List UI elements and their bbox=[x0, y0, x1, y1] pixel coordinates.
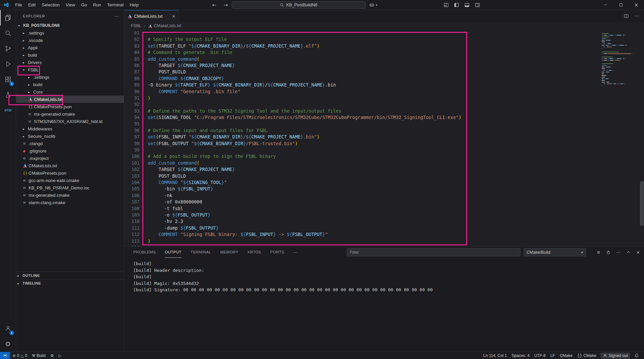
split-editor-icon[interactable] bbox=[624, 14, 629, 18]
tree-item--clangd[interactable]: ≡.clangd bbox=[16, 140, 124, 147]
section-outline[interactable]: ▸ OUTLINE bbox=[16, 272, 124, 279]
minimap[interactable] bbox=[602, 32, 639, 88]
tree-item--settings[interactable]: ▸.settings bbox=[16, 73, 124, 81]
menu-view[interactable]: View bbox=[63, 0, 78, 10]
menu-edit[interactable]: Edit bbox=[25, 0, 39, 10]
search-box[interactable]: KB_PostBuildN6 bbox=[232, 1, 366, 9]
tree-item-stm32n657xx-axisram2-fsbl-ld[interactable]: ≡STM32N657XX_AXISRAM2_fsbl.ld bbox=[16, 118, 124, 125]
status-ln-114-col-1[interactable]: Ln 114, Col 1 bbox=[481, 352, 509, 359]
tree-item-cmakepresets-json[interactable]: {}CMakePresets.json bbox=[16, 103, 124, 110]
panel-tab-output[interactable]: OUTPUT bbox=[165, 247, 182, 258]
activity-source-control[interactable] bbox=[0, 41, 16, 56]
menu-run[interactable]: Run bbox=[90, 0, 104, 10]
remote-indicator[interactable]: >< bbox=[0, 352, 10, 359]
forward-icon[interactable]: → bbox=[224, 2, 228, 8]
tree-item--settings[interactable]: ▸.settings bbox=[16, 29, 124, 37]
status-signed-out[interactable]: Signed out bbox=[600, 353, 630, 359]
tree-item--vscode[interactable]: ▸.vscode bbox=[16, 37, 124, 44]
activity-settings[interactable]: ⚙ bbox=[0, 336, 16, 352]
copilot-button[interactable]: ▾ bbox=[369, 0, 378, 10]
close-panel-icon[interactable]: × bbox=[636, 250, 640, 255]
output-filter-input[interactable] bbox=[347, 248, 521, 256]
tree-item-appli[interactable]: ▸Appli bbox=[16, 44, 124, 51]
tree-item-drivers[interactable]: ▸Drivers bbox=[16, 59, 124, 66]
tree-item-cmakelists-txt[interactable]: CMakeLists.txt bbox=[16, 96, 124, 103]
code-line-84: 84# Command to generate .bin file bbox=[124, 49, 644, 56]
section-timeline[interactable]: ▸ TIMELINE bbox=[16, 279, 124, 287]
output-settings-icon[interactable]: ≡ bbox=[597, 250, 600, 255]
tree-item--gitignore[interactable]: ◆.gitignore bbox=[16, 147, 124, 155]
customize-layout-icon[interactable] bbox=[444, 3, 449, 7]
tree-item-kb-pb-n6-psram-demo-ioc[interactable]: ≡KB_PB_N6_PSRAM_Demo.ioc bbox=[16, 184, 124, 191]
close-tab-icon[interactable]: × bbox=[172, 14, 176, 19]
menu-go[interactable]: Go bbox=[78, 0, 90, 10]
toggle-panel-icon[interactable] bbox=[464, 3, 469, 7]
file-file-icon: ≡ bbox=[23, 193, 29, 197]
tab-cmakelists[interactable]: CMakeLists.txt × bbox=[124, 10, 179, 22]
status-utf-8[interactable]: UTF-8 bbox=[532, 352, 548, 359]
maximize-button[interactable] bbox=[613, 0, 629, 10]
menu-file[interactable]: File bbox=[12, 0, 25, 10]
window-controls: ─ bbox=[598, 0, 644, 10]
code-editor[interactable]: 8182# Specify the output ELF file83set(T… bbox=[124, 30, 644, 246]
panel-tab-memory[interactable]: MEMORY bbox=[220, 247, 238, 258]
cmake-build-button[interactable]: ⚒ Build bbox=[30, 352, 48, 359]
output-content[interactable]: [build][build] Header description:[build… bbox=[124, 258, 644, 293]
status-cmake[interactable]: {}CMake bbox=[575, 352, 599, 359]
panel-tab-ports[interactable]: PORTS bbox=[270, 247, 284, 258]
panel-tab-problems[interactable]: PROBLEMS bbox=[133, 247, 156, 258]
output-channel-select[interactable]: CMake/Build ▾ bbox=[524, 248, 586, 256]
tree-item-starm-clang-cmake[interactable]: ≡starm-clang.cmake bbox=[16, 199, 124, 206]
panel-tab-terminal[interactable]: TERMINAL bbox=[191, 247, 211, 258]
activity-search[interactable] bbox=[0, 25, 16, 41]
more-panel-tabs-icon[interactable]: ⋯ bbox=[293, 250, 298, 255]
tree-item-fsbl[interactable]: ▾FSBL bbox=[16, 66, 124, 73]
activity-extensions[interactable]: 1 bbox=[0, 72, 16, 87]
lock-icon[interactable] bbox=[606, 250, 610, 254]
activity-explorer[interactable] bbox=[0, 10, 16, 25]
tree-item-build[interactable]: ▸build bbox=[16, 51, 124, 59]
status-cmake[interactable]: CMake bbox=[557, 352, 575, 359]
activity-stm32[interactable]: ST32 bbox=[0, 103, 16, 118]
explorer-more-icon[interactable]: ⋯ bbox=[114, 13, 119, 19]
activity-test-flask[interactable] bbox=[0, 87, 16, 103]
tree-item-mx-generated-cmake[interactable]: ≡mx-generated.cmake bbox=[16, 191, 124, 199]
close-button[interactable] bbox=[629, 0, 644, 10]
activity-run-debug[interactable] bbox=[0, 56, 16, 72]
toggle-sidebar-icon[interactable] bbox=[454, 3, 459, 7]
problems-status[interactable]: ⊘ 0 △ 0 bbox=[10, 352, 30, 359]
tree-item-middlewares[interactable]: ▸Middlewares bbox=[16, 125, 124, 132]
minimize-button[interactable]: ─ bbox=[598, 0, 613, 10]
tree-item-cmakelists-txt[interactable]: CMakeLists.txt bbox=[16, 162, 124, 169]
tree-item--mxproject[interactable]: ≡.mxproject bbox=[16, 155, 124, 162]
status-bell[interactable] bbox=[632, 352, 641, 359]
panel-tab-xrtos[interactable]: XRTOS bbox=[247, 247, 261, 258]
search-icon bbox=[4, 29, 12, 37]
status-spaces-4[interactable]: Spaces: 4 bbox=[509, 352, 532, 359]
breadcrumb-folder[interactable]: FSBL bbox=[131, 23, 141, 28]
menu-help[interactable]: Help bbox=[127, 0, 142, 10]
tree-item-core[interactable]: ▸Core bbox=[16, 88, 124, 96]
toggle-secondary-sidebar-icon[interactable] bbox=[475, 3, 480, 7]
launch-button[interactable]: ▷ bbox=[56, 352, 64, 359]
back-icon[interactable]: ← bbox=[212, 2, 216, 8]
code-line-103: 103 POST_BUILD bbox=[124, 173, 644, 179]
tree-item-gcc-arm-none-eabi-cmake[interactable]: ≡gcc-arm-none-eabi.cmake bbox=[16, 177, 124, 184]
more-actions-icon[interactable]: ⋯ bbox=[634, 13, 639, 18]
status-lf[interactable]: LF bbox=[548, 352, 557, 359]
editor-scrollbar[interactable] bbox=[640, 181, 644, 226]
activity-accounts[interactable]: 1 bbox=[0, 321, 16, 336]
menu-selection[interactable]: Selection bbox=[39, 0, 62, 10]
tree-item-cmakepresets-json[interactable]: {}CMakePresets.json bbox=[16, 169, 124, 177]
menu-terminal[interactable]: Terminal bbox=[104, 0, 127, 10]
breadcrumb-file[interactable]: CMakeLists.txt bbox=[148, 23, 181, 28]
output-line: [build] Magic: 0x53544d32 bbox=[133, 280, 644, 287]
editor-actions: ⋯ bbox=[624, 10, 644, 22]
tree-item-secure-nsclib[interactable]: ▸Secure_nsclib bbox=[16, 132, 124, 140]
tree-item-build[interactable]: ▸build bbox=[16, 81, 124, 88]
tree-item-kb-postbuildn6[interactable]: ▾KB_POSTBUILDN6 bbox=[16, 22, 124, 29]
tree-item-mx-generated-cmake[interactable]: ≡mx-generated.cmake bbox=[16, 110, 124, 118]
maximize-panel-icon[interactable] bbox=[626, 250, 631, 254]
cmake-kit-button[interactable]: ⚙ bbox=[48, 352, 56, 359]
more-actions-icon[interactable]: ⋯ bbox=[616, 250, 621, 255]
